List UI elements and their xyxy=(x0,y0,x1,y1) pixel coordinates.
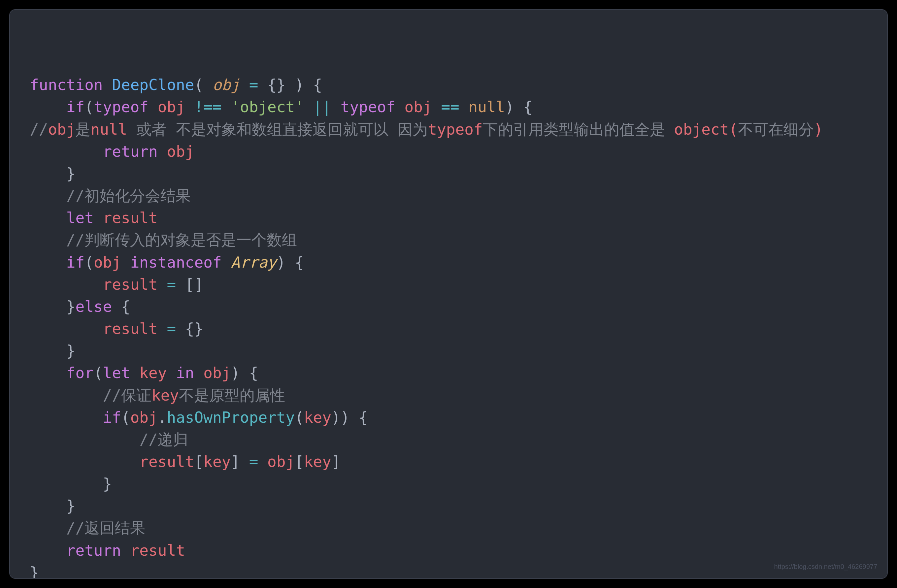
code-token: ) { xyxy=(277,253,304,271)
code-line: } xyxy=(30,495,874,517)
code-token xyxy=(30,187,66,205)
code-token: typeof xyxy=(428,121,482,138)
code-line: //递归 xyxy=(30,429,874,451)
code-token xyxy=(30,386,103,404)
code-token: instanceof xyxy=(130,253,231,271)
code-token xyxy=(30,209,66,227)
code-token: == xyxy=(441,98,459,116)
frame: function DeepClone( obj = {} ) { if(type… xyxy=(0,0,897,588)
code-token: obj xyxy=(130,409,158,426)
code-token: key xyxy=(152,386,179,404)
code-token: // xyxy=(30,121,48,138)
code-token: obj xyxy=(94,253,121,271)
code-token: [] xyxy=(176,276,203,293)
code-token: in xyxy=(176,364,203,382)
code-token: [ xyxy=(295,453,304,470)
code-card: function DeepClone( obj = {} ) { if(type… xyxy=(9,9,888,579)
code-token: for xyxy=(66,364,94,382)
code-token: || xyxy=(313,98,331,116)
code-token: result xyxy=(103,276,158,293)
code-token: object( xyxy=(674,121,738,138)
code-token: result xyxy=(139,453,194,470)
code-token: key xyxy=(203,453,231,470)
code-token: ( xyxy=(295,409,304,426)
code-line: //初始化分会结果 xyxy=(30,185,874,207)
code-token: obj xyxy=(267,453,295,470)
code-token: obj xyxy=(167,142,194,160)
code-token: typeof xyxy=(341,98,405,116)
code-token xyxy=(30,430,139,449)
code-token: if xyxy=(66,98,84,116)
code-token xyxy=(30,142,103,160)
code-token: {} xyxy=(176,320,203,338)
code-token: = xyxy=(167,276,176,293)
code-token: = xyxy=(167,320,176,338)
code-token: key xyxy=(304,409,331,426)
code-token xyxy=(30,98,66,116)
code-token: } xyxy=(30,165,75,182)
code-token: [ xyxy=(194,453,204,470)
code-token: result xyxy=(103,209,158,227)
code-line: return result xyxy=(30,539,874,562)
code-token: 不是原型的属性 xyxy=(179,386,285,404)
code-line: let result xyxy=(30,207,874,229)
code-token xyxy=(30,320,103,338)
code-token xyxy=(222,98,231,116)
code-line: } xyxy=(30,473,874,495)
code-token: = xyxy=(249,453,259,470)
code-token xyxy=(185,98,194,116)
code-token xyxy=(30,364,66,382)
watermark-text: https://blog.csdn.net/m0_46269977 xyxy=(774,562,877,571)
code-line: result = {} xyxy=(30,318,874,340)
code-token: obj xyxy=(213,76,240,94)
code-token xyxy=(30,276,103,293)
code-token: null xyxy=(90,121,127,138)
code-token: function xyxy=(30,76,112,94)
code-token xyxy=(158,320,167,338)
code-line: //保证key不是原型的属性 xyxy=(30,384,874,407)
code-token xyxy=(121,253,130,271)
code-token: ) xyxy=(814,121,823,138)
code-token xyxy=(158,276,167,293)
code-token xyxy=(459,98,468,116)
code-token xyxy=(240,76,249,94)
code-token: //递归 xyxy=(139,430,188,449)
code-line: for(let key in obj) { xyxy=(30,362,874,384)
code-token: if xyxy=(103,409,121,426)
code-token: } xyxy=(30,298,75,315)
code-line: result[key] = obj[key] xyxy=(30,451,874,473)
code-token: if xyxy=(66,253,84,271)
code-token: key xyxy=(304,453,331,470)
code-token: else xyxy=(75,298,121,315)
code-token: } xyxy=(30,475,112,493)
code-token: {} ) { xyxy=(258,76,322,94)
code-token: hasOwnProperty xyxy=(167,409,295,426)
code-token: //初始化分会结果 xyxy=(66,187,191,205)
code-token xyxy=(167,364,176,382)
code-token: //返回结果 xyxy=(66,519,145,537)
code-line: }else { xyxy=(30,296,874,318)
code-token xyxy=(331,98,341,116)
code-line: //obj是null 或者 不是对象和数组直接返回就可以 因为typeof下的引… xyxy=(30,118,874,141)
code-token: { xyxy=(121,298,130,315)
code-token: let xyxy=(66,209,103,227)
code-line: } xyxy=(30,163,874,185)
code-token: obj xyxy=(48,121,75,138)
code-token: obj xyxy=(203,364,231,382)
code-line: if(obj instanceof Array) { xyxy=(30,251,874,274)
code-token xyxy=(304,98,313,116)
code-token: . xyxy=(158,409,167,426)
code-line: if(obj.hasOwnProperty(key)) { xyxy=(30,407,874,429)
code-token: ) { xyxy=(231,364,258,382)
code-token: ] xyxy=(331,453,341,470)
code-line: if(typeof obj !== 'object' || typeof obj… xyxy=(30,96,874,118)
code-token xyxy=(30,409,103,426)
code-token: ) { xyxy=(505,98,532,116)
code-token: 'object' xyxy=(231,98,304,116)
code-token: ( xyxy=(94,364,103,382)
code-token: DeepClone xyxy=(112,76,194,94)
code-token: 下的引用类型输出的值全是 xyxy=(483,121,674,138)
code-token: = xyxy=(249,76,259,94)
code-token: } xyxy=(30,564,39,579)
code-token: obj xyxy=(158,98,185,116)
